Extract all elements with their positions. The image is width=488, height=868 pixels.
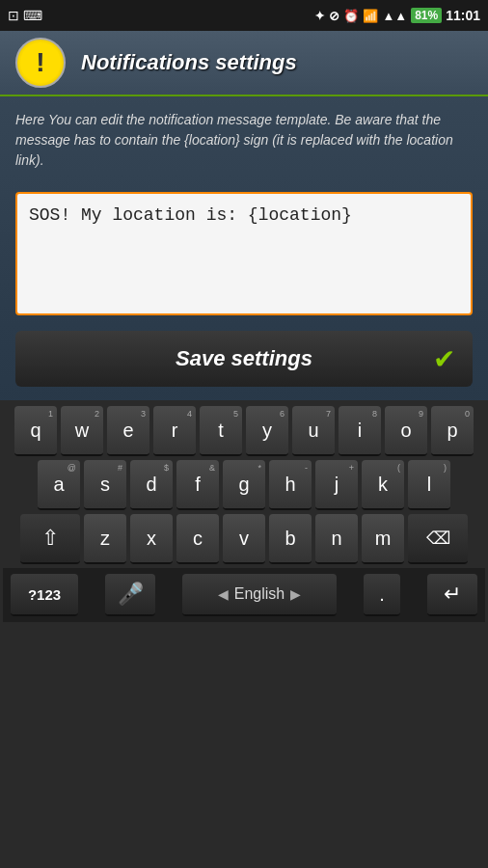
content-area: Here You can edit the notification messa… <box>0 96 488 180</box>
signal-icon: ▲▲ <box>382 9 407 23</box>
keyboard-row-1: 1q 2w 3e 4r 5t 6y 7u 8i 9o 0p <box>3 406 485 456</box>
key-m[interactable]: m <box>362 514 404 564</box>
save-settings-button[interactable]: Save settings ✔ <box>15 331 473 387</box>
keyboard-row-2: @a #s $d &f *g -h +j (k )l <box>3 460 485 510</box>
key-y[interactable]: 6y <box>246 406 288 456</box>
key-v[interactable]: v <box>223 514 265 564</box>
key-k[interactable]: (k <box>362 460 404 510</box>
screen-icon: ⊡ <box>8 8 19 23</box>
key-e[interactable]: 3e <box>107 406 149 456</box>
key-b[interactable]: b <box>269 514 312 564</box>
bluetooth-icon: ✦ <box>314 9 325 23</box>
battery-label: 81% <box>411 8 442 23</box>
status-left-icons: ⊡ ⌨ <box>8 8 42 23</box>
key-z[interactable]: z <box>84 514 126 564</box>
key-w[interactable]: 2w <box>61 406 103 456</box>
silent-icon: ⊘ <box>329 9 339 23</box>
key-p[interactable]: 0p <box>431 406 474 456</box>
time-label: 11:01 <box>446 8 480 23</box>
key-s[interactable]: #s <box>84 460 126 510</box>
wifi-icon: 📶 <box>363 9 378 23</box>
period-label: . <box>379 583 385 606</box>
checkmark-icon: ✔ <box>433 343 455 375</box>
keyboard: 1q 2w 3e 4r 5t 6y 7u 8i 9o 0p @a #s $d &… <box>0 400 488 868</box>
page-title: Notifications settings <box>81 50 297 75</box>
key-q[interactable]: 1q <box>14 406 57 456</box>
description-text: Here You can edit the notification messa… <box>15 110 473 171</box>
lang-left-arrow: ◀ <box>218 586 229 602</box>
key-f[interactable]: &f <box>176 460 219 510</box>
key-x[interactable]: x <box>130 514 173 564</box>
alarm-icon: ⏰ <box>343 9 359 23</box>
key-j[interactable]: +j <box>315 460 358 510</box>
warning-icon: ! <box>15 38 66 88</box>
symbols-label: ?123 <box>28 586 61 603</box>
key-t[interactable]: 5t <box>200 406 242 456</box>
key-i[interactable]: 8i <box>339 406 381 456</box>
save-button-label: Save settings <box>176 346 312 371</box>
key-d[interactable]: $d <box>130 460 173 510</box>
key-g[interactable]: *g <box>223 460 265 510</box>
header: ! Notifications settings <box>0 31 488 96</box>
message-input-wrapper[interactable]: SOS! My location is: {location} <box>15 192 473 315</box>
enter-icon: ↵ <box>444 582 461 607</box>
status-right-icons: ✦ ⊘ ⏰ 📶 ▲▲ 81% 11:01 <box>314 8 480 23</box>
key-enter[interactable]: ↵ <box>427 574 477 616</box>
keyboard-icon: ⌨ <box>23 8 42 23</box>
keyboard-row-3: ⇧ z x c v b n m ⌫ <box>3 514 485 564</box>
key-mic[interactable]: 🎤 <box>105 574 155 616</box>
key-period[interactable]: . <box>364 574 400 616</box>
key-space-with-lang[interactable]: ◀ English ▶ <box>182 574 337 616</box>
key-symbols[interactable]: ?123 <box>11 574 78 616</box>
status-bar: ⊡ ⌨ ✦ ⊘ ⏰ 📶 ▲▲ 81% 11:01 <box>0 0 488 31</box>
key-u[interactable]: 7u <box>292 406 335 456</box>
mic-icon: 🎤 <box>118 582 144 607</box>
key-h[interactable]: -h <box>269 460 312 510</box>
lang-right-arrow: ▶ <box>290 586 301 602</box>
key-shift[interactable]: ⇧ <box>20 514 80 564</box>
save-button-wrapper: Save settings ✔ <box>15 331 473 387</box>
key-a[interactable]: @a <box>38 460 80 510</box>
lang-section: ◀ English ▶ <box>218 585 301 603</box>
message-input[interactable]: SOS! My location is: {location} <box>17 194 471 310</box>
key-l[interactable]: )l <box>408 460 450 510</box>
key-backspace[interactable]: ⌫ <box>408 514 468 564</box>
key-o[interactable]: 9o <box>385 406 427 456</box>
lang-label: English <box>234 585 285 603</box>
key-n[interactable]: n <box>315 514 358 564</box>
keyboard-bottom-bar: ?123 🎤 ◀ English ▶ . ↵ <box>3 568 485 622</box>
key-c[interactable]: c <box>176 514 219 564</box>
key-r[interactable]: 4r <box>153 406 196 456</box>
